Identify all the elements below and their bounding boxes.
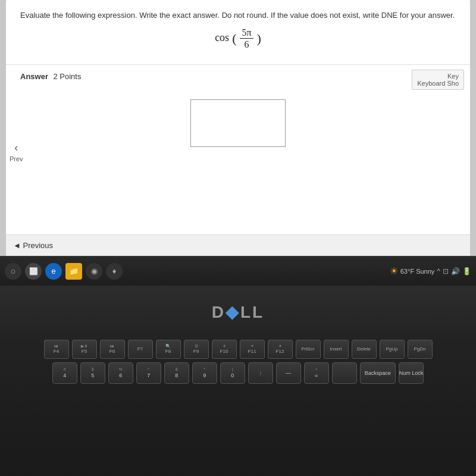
laptop-body: D◆LL ⏮F4 ▶⏸F5 ⏭F6 F7 🔍F8 ⚙F9 ☀F10 ✶F11 ✦… — [0, 286, 476, 476]
keyboard-num-row: #4 $5 %6 ^7 &8 *9 (0 ) — += Backspace Nu… — [6, 362, 470, 384]
cos-text: cos — [215, 32, 229, 43]
answer-label: Answer — [20, 72, 48, 81]
answer-section: Answer 2 Points Key Keyboard Sho — [6, 65, 470, 87]
taskbar-right: ☀ 63°F Sunny ^ ⊡ 🔊 🔋 — [390, 265, 471, 277]
key-pgup[interactable]: PgUp — [380, 340, 405, 359]
key-pgdn[interactable]: PgDn — [408, 340, 433, 359]
weather-icon: ☀ — [390, 265, 398, 277]
key-space-pad[interactable] — [332, 362, 357, 384]
key-f7[interactable]: F7 — [128, 340, 153, 359]
question-instruction: Evaluate the following expression. Write… — [20, 11, 456, 20]
paren-close: ) — [257, 31, 261, 46]
answer-input-box[interactable] — [190, 99, 286, 147]
math-expression: cos ( 5π 6 ) — [20, 27, 456, 50]
question-area: Evaluate the following expression. Write… — [6, 0, 470, 65]
prev-nav-side-label: Prev — [10, 155, 23, 162]
key-insert[interactable]: Insert — [324, 340, 349, 359]
key-f5[interactable]: ▶⏸F5 — [72, 340, 97, 359]
taskbar-sys-icons: ^ ⊡ 🔊 🔋 — [437, 267, 471, 275]
key-plus[interactable]: += — [304, 362, 329, 384]
keyboard-shortcut-line2: Keyboard Sho — [417, 80, 459, 87]
fraction-numerator: 5π — [240, 27, 253, 39]
taskbar-extra-icon[interactable]: ♦ — [106, 263, 123, 280]
laptop-screen: Evaluate the following expression. Write… — [0, 0, 476, 286]
taskbar: ○ ⬜ e 📁 ◉ ♦ ☀ 63°F Sunny ^ ⊡ 🔊 🔋 — [0, 256, 476, 286]
key-rparen[interactable]: ) — [248, 362, 273, 384]
keyboard-shortcut-line1: Key — [417, 73, 459, 80]
taskbar-network-icon: ⊡ — [443, 267, 449, 275]
key-f6[interactable]: ⏭F6 — [100, 340, 125, 359]
key-caret[interactable]: ^7 — [136, 362, 161, 384]
taskbar-chevron-icon: ^ — [437, 267, 440, 275]
key-f10[interactable]: ☀F10 — [212, 340, 237, 359]
browser-content: Evaluate the following expression. Write… — [6, 0, 470, 256]
key-asterisk[interactable]: *9 — [192, 362, 217, 384]
keyboard-area: ⏮F4 ▶⏸F5 ⏭F6 F7 🔍F8 ⚙F9 ☀F10 ✶F11 ✦F12 P… — [6, 340, 470, 387]
key-prtscr[interactable]: PrtScr — [296, 340, 321, 359]
prev-nav-side[interactable]: ‹ Prev — [6, 137, 27, 167]
key-minus[interactable]: — — [276, 362, 301, 384]
weather-text: 63°F Sunny — [400, 268, 435, 275]
key-f4[interactable]: ⏮F4 — [44, 340, 69, 359]
taskbar-search-icon[interactable]: ○ — [5, 263, 21, 280]
key-f9[interactable]: ⚙F9 — [184, 340, 209, 359]
key-backspace[interactable]: Backspace — [360, 362, 396, 384]
keyboard-fn-row: ⏮F4 ▶⏸F5 ⏭F6 F7 🔍F8 ⚙F9 ☀F10 ✶F11 ✦F12 P… — [6, 340, 470, 359]
prev-nav-arrow-icon: ‹ — [14, 142, 18, 154]
key-delete[interactable]: Delete — [352, 340, 377, 359]
taskbar-app-icon[interactable]: ◉ — [86, 263, 102, 280]
answer-points: 2 Points — [53, 72, 81, 81]
keyboard-shortcut-button[interactable]: Key Keyboard Sho — [412, 70, 464, 90]
paren-open: ( — [232, 31, 236, 46]
taskbar-battery-icon: 🔋 — [462, 267, 471, 275]
key-dollar[interactable]: $5 — [80, 362, 105, 384]
key-f12[interactable]: ✦F12 — [268, 340, 293, 359]
previous-button[interactable]: ◄ Previous — [13, 241, 53, 250]
taskbar-task-view-icon[interactable]: ⬜ — [25, 263, 42, 280]
key-percent[interactable]: %6 — [108, 362, 133, 384]
fraction-denominator: 6 — [242, 39, 250, 50]
fraction: 5π 6 — [240, 27, 253, 50]
dell-logo-o: ◆ — [226, 303, 240, 321]
key-f8[interactable]: 🔍F8 — [156, 340, 181, 359]
answer-input-container — [6, 99, 470, 147]
key-numlock[interactable]: Num Lock — [399, 362, 424, 384]
key-lparen[interactable]: (0 — [220, 362, 245, 384]
taskbar-volume-icon: 🔊 — [451, 267, 460, 275]
dell-logo: D◆LL — [212, 302, 264, 322]
taskbar-edge-icon[interactable]: e — [45, 263, 62, 280]
key-hash[interactable]: #4 — [52, 362, 77, 384]
taskbar-folder-icon[interactable]: 📁 — [65, 263, 82, 280]
key-f11[interactable]: ✶F11 — [240, 340, 265, 359]
bottom-bar: ◄ Previous — [6, 234, 470, 256]
key-ampersand[interactable]: &8 — [164, 362, 189, 384]
previous-button-label: ◄ Previous — [13, 241, 53, 250]
